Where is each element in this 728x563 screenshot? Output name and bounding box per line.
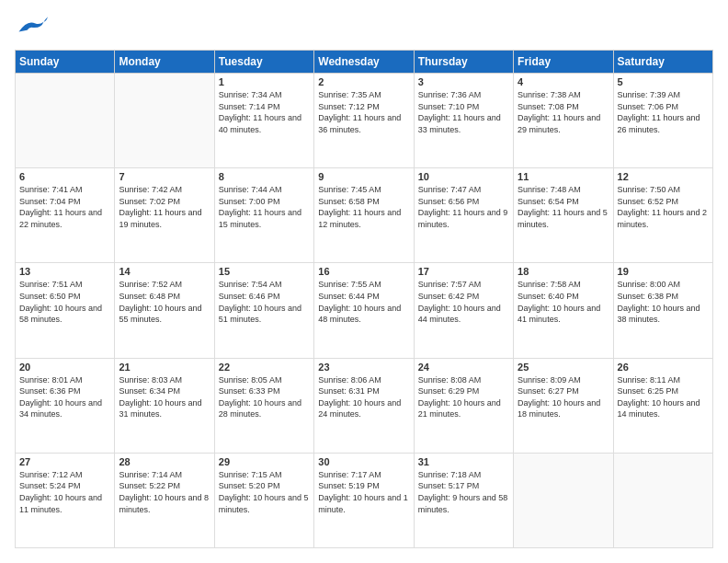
day-info: Sunrise: 8:08 AMSunset: 6:29 PMDaylight:… [418, 374, 509, 420]
day-number: 22 [219, 362, 310, 373]
calendar-cell: 6 Sunrise: 7:41 AMSunset: 7:04 PMDayligh… [16, 168, 115, 263]
day-number: 16 [318, 266, 409, 277]
day-number: 11 [518, 171, 609, 182]
calendar-week-3: 13 Sunrise: 7:51 AMSunset: 6:50 PMDaylig… [16, 263, 713, 358]
day-info: Sunrise: 8:06 AMSunset: 6:31 PMDaylight:… [318, 374, 409, 420]
calendar-cell [16, 74, 115, 168]
day-number: 20 [19, 362, 110, 373]
calendar-cell: 19 Sunrise: 8:00 AMSunset: 6:38 PMDaylig… [613, 263, 712, 358]
calendar-cell: 28 Sunrise: 7:14 AMSunset: 5:22 PMDaylig… [115, 453, 214, 547]
day-number: 13 [19, 266, 110, 277]
weekday-header-row: SundayMondayTuesdayWednesdayThursdayFrid… [16, 51, 713, 74]
calendar-cell: 3 Sunrise: 7:36 AMSunset: 7:10 PMDayligh… [414, 74, 513, 168]
logo-bird-icon [15, 15, 48, 40]
calendar-cell: 4 Sunrise: 7:38 AMSunset: 7:08 PMDayligh… [514, 74, 613, 168]
day-number: 19 [618, 266, 709, 277]
day-number: 1 [219, 76, 310, 87]
day-info: Sunrise: 7:48 AMSunset: 6:54 PMDaylight:… [518, 184, 609, 230]
day-number: 18 [518, 266, 609, 277]
day-info: Sunrise: 7:17 AMSunset: 5:19 PMDaylight:… [318, 469, 409, 515]
day-number: 27 [19, 456, 110, 467]
day-number: 15 [219, 266, 310, 277]
day-info: Sunrise: 8:00 AMSunset: 6:38 PMDaylight:… [618, 279, 709, 325]
day-number: 5 [618, 76, 709, 87]
day-info: Sunrise: 7:55 AMSunset: 6:44 PMDaylight:… [318, 279, 409, 325]
day-number: 7 [119, 171, 210, 182]
day-number: 12 [618, 171, 709, 182]
day-number: 28 [119, 456, 210, 467]
calendar-cell: 17 Sunrise: 7:57 AMSunset: 6:42 PMDaylig… [414, 263, 513, 358]
day-number: 17 [418, 266, 509, 277]
day-info: Sunrise: 7:39 AMSunset: 7:06 PMDaylight:… [618, 89, 709, 135]
day-number: 23 [318, 362, 409, 373]
calendar-week-5: 27 Sunrise: 7:12 AMSunset: 5:24 PMDaylig… [16, 453, 713, 547]
calendar-cell: 23 Sunrise: 8:06 AMSunset: 6:31 PMDaylig… [314, 358, 414, 453]
day-number: 2 [318, 76, 409, 87]
calendar-cell: 22 Sunrise: 8:05 AMSunset: 6:33 PMDaylig… [214, 358, 313, 453]
calendar-cell: 2 Sunrise: 7:35 AMSunset: 7:12 PMDayligh… [314, 74, 414, 168]
day-info: Sunrise: 7:47 AMSunset: 6:56 PMDaylight:… [418, 184, 509, 230]
day-info: Sunrise: 7:38 AMSunset: 7:08 PMDaylight:… [518, 89, 609, 135]
day-info: Sunrise: 7:18 AMSunset: 5:17 PMDaylight:… [418, 469, 509, 515]
calendar-week-1: 1 Sunrise: 7:34 AMSunset: 7:14 PMDayligh… [16, 74, 713, 168]
calendar-cell: 24 Sunrise: 8:08 AMSunset: 6:29 PMDaylig… [414, 358, 513, 453]
day-info: Sunrise: 7:51 AMSunset: 6:50 PMDaylight:… [19, 279, 110, 325]
day-info: Sunrise: 8:11 AMSunset: 6:25 PMDaylight:… [618, 374, 709, 420]
day-info: Sunrise: 8:09 AMSunset: 6:27 PMDaylight:… [518, 374, 609, 420]
day-info: Sunrise: 7:42 AMSunset: 7:02 PMDaylight:… [119, 184, 210, 230]
calendar-cell: 29 Sunrise: 7:15 AMSunset: 5:20 PMDaylig… [214, 453, 313, 547]
day-number: 14 [119, 266, 210, 277]
calendar-table: SundayMondayTuesdayWednesdayThursdayFrid… [15, 50, 713, 548]
day-info: Sunrise: 8:05 AMSunset: 6:33 PMDaylight:… [219, 374, 310, 420]
day-info: Sunrise: 7:44 AMSunset: 7:00 PMDaylight:… [219, 184, 310, 230]
calendar-week-2: 6 Sunrise: 7:41 AMSunset: 7:04 PMDayligh… [16, 168, 713, 263]
day-info: Sunrise: 7:50 AMSunset: 6:52 PMDaylight:… [618, 184, 709, 230]
calendar-cell: 31 Sunrise: 7:18 AMSunset: 5:17 PMDaylig… [414, 453, 513, 547]
calendar-cell: 13 Sunrise: 7:51 AMSunset: 6:50 PMDaylig… [16, 263, 115, 358]
day-info: Sunrise: 7:15 AMSunset: 5:20 PMDaylight:… [219, 469, 310, 515]
calendar-cell: 9 Sunrise: 7:45 AMSunset: 6:58 PMDayligh… [314, 168, 414, 263]
day-info: Sunrise: 8:03 AMSunset: 6:34 PMDaylight:… [119, 374, 210, 420]
calendar-cell: 5 Sunrise: 7:39 AMSunset: 7:06 PMDayligh… [613, 74, 712, 168]
day-info: Sunrise: 7:12 AMSunset: 5:24 PMDaylight:… [19, 469, 110, 515]
calendar-cell: 26 Sunrise: 8:11 AMSunset: 6:25 PMDaylig… [613, 358, 712, 453]
day-number: 8 [219, 171, 310, 182]
day-info: Sunrise: 7:57 AMSunset: 6:42 PMDaylight:… [418, 279, 509, 325]
calendar-cell: 16 Sunrise: 7:55 AMSunset: 6:44 PMDaylig… [314, 263, 414, 358]
day-info: Sunrise: 7:52 AMSunset: 6:48 PMDaylight:… [119, 279, 210, 325]
calendar-cell: 25 Sunrise: 8:09 AMSunset: 6:27 PMDaylig… [514, 358, 613, 453]
calendar-cell: 12 Sunrise: 7:50 AMSunset: 6:52 PMDaylig… [613, 168, 712, 263]
calendar-cell: 27 Sunrise: 7:12 AMSunset: 5:24 PMDaylig… [16, 453, 115, 547]
day-info: Sunrise: 8:01 AMSunset: 6:36 PMDaylight:… [19, 374, 110, 420]
calendar-cell: 20 Sunrise: 8:01 AMSunset: 6:36 PMDaylig… [16, 358, 115, 453]
weekday-header-friday: Friday [514, 51, 613, 74]
day-number: 21 [119, 362, 210, 373]
calendar-cell [613, 453, 712, 547]
page-header [15, 15, 713, 40]
weekday-header-saturday: Saturday [613, 51, 712, 74]
day-number: 6 [19, 171, 110, 182]
calendar-cell [514, 453, 613, 547]
day-info: Sunrise: 7:35 AMSunset: 7:12 PMDaylight:… [318, 89, 409, 135]
weekday-header-sunday: Sunday [16, 51, 115, 74]
calendar-cell: 21 Sunrise: 8:03 AMSunset: 6:34 PMDaylig… [115, 358, 214, 453]
day-number: 4 [518, 76, 609, 87]
calendar-cell: 11 Sunrise: 7:48 AMSunset: 6:54 PMDaylig… [514, 168, 613, 263]
day-info: Sunrise: 7:34 AMSunset: 7:14 PMDaylight:… [219, 89, 310, 135]
logo [15, 15, 51, 40]
day-info: Sunrise: 7:45 AMSunset: 6:58 PMDaylight:… [318, 184, 409, 230]
calendar-cell: 8 Sunrise: 7:44 AMSunset: 7:00 PMDayligh… [214, 168, 313, 263]
day-info: Sunrise: 7:14 AMSunset: 5:22 PMDaylight:… [119, 469, 210, 515]
weekday-header-thursday: Thursday [414, 51, 513, 74]
day-info: Sunrise: 7:41 AMSunset: 7:04 PMDaylight:… [19, 184, 110, 230]
calendar-cell: 15 Sunrise: 7:54 AMSunset: 6:46 PMDaylig… [214, 263, 313, 358]
weekday-header-tuesday: Tuesday [214, 51, 313, 74]
day-info: Sunrise: 7:58 AMSunset: 6:40 PMDaylight:… [518, 279, 609, 325]
day-number: 10 [418, 171, 509, 182]
calendar-cell: 10 Sunrise: 7:47 AMSunset: 6:56 PMDaylig… [414, 168, 513, 263]
day-number: 29 [219, 456, 310, 467]
calendar-cell: 7 Sunrise: 7:42 AMSunset: 7:02 PMDayligh… [115, 168, 214, 263]
day-number: 30 [318, 456, 409, 467]
calendar-cell [115, 74, 214, 168]
day-number: 9 [318, 171, 409, 182]
